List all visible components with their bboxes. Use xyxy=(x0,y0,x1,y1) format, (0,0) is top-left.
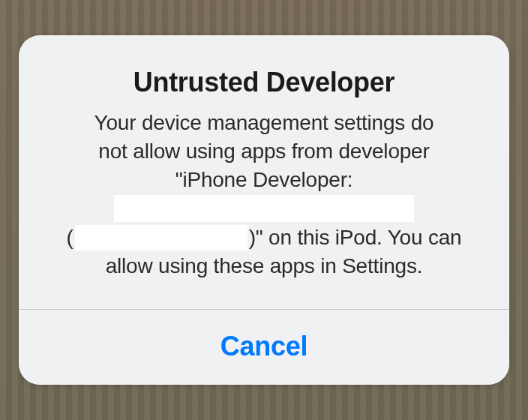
text-fragment: )" on this iPod. You can xyxy=(249,224,462,252)
alert-message-line: "iPhone Developer: xyxy=(41,166,487,194)
alert-content: Untrusted Developer Your device manageme… xyxy=(19,35,509,309)
alert-message: Your device management settings do not a… xyxy=(41,109,487,280)
alert-dialog: Untrusted Developer Your device manageme… xyxy=(19,35,509,385)
alert-message-line: not allow using apps from developer xyxy=(41,137,487,166)
alert-message-line: allow using these apps in Settings. xyxy=(41,252,487,280)
alert-title: Untrusted Developer xyxy=(41,67,487,98)
alert-message-line: Your device management settings do xyxy=(41,109,487,137)
redacted-text xyxy=(75,225,248,250)
redacted-text xyxy=(114,195,414,222)
text-fragment: ( xyxy=(67,224,74,252)
cancel-button[interactable]: Cancel xyxy=(19,310,509,385)
alert-message-line: ( )" on this iPod. You can xyxy=(41,224,487,252)
